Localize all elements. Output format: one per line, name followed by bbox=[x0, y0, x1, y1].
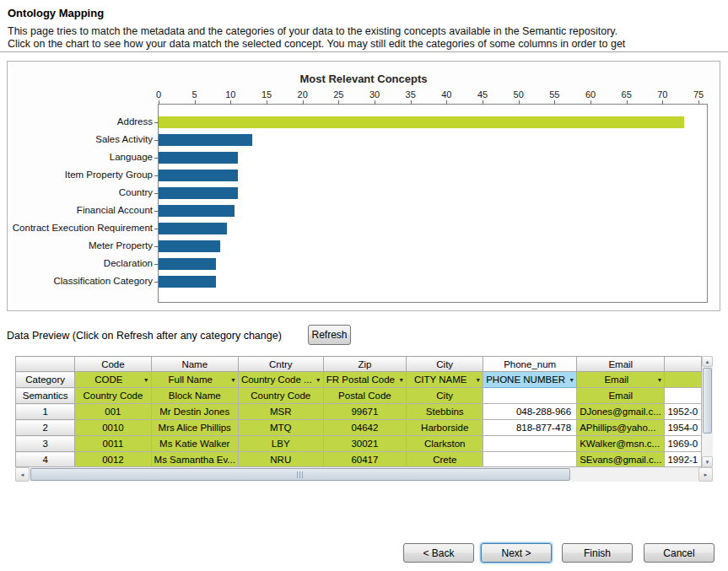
column-header-code[interactable]: Code bbox=[75, 357, 151, 372]
cancel-button[interactable]: Cancel bbox=[644, 543, 715, 563]
scroll-down-button[interactable]: ▼ bbox=[702, 456, 713, 467]
data-cell[interactable]: LBY bbox=[238, 436, 323, 452]
vertical-scroll-thumb[interactable] bbox=[703, 368, 712, 434]
horizontal-scroll-thumb[interactable] bbox=[30, 468, 570, 481]
x-axis-tick-label: 15 bbox=[262, 89, 272, 100]
x-axis-tick-label: 40 bbox=[441, 89, 451, 100]
column-header-email[interactable]: Email bbox=[577, 357, 665, 372]
finish-button[interactable]: Finish bbox=[562, 543, 633, 563]
semantics-cell[interactable]: Country Code bbox=[75, 388, 151, 404]
preview-grid: CodeNameCntryZipCityPhone_numEmailCatego… bbox=[15, 356, 702, 467]
category-dropdown-cell[interactable]: Full Name▼ bbox=[151, 372, 238, 388]
chart-bar-country[interactable] bbox=[159, 187, 238, 199]
column-header-city[interactable]: City bbox=[407, 357, 483, 372]
semantics-cell[interactable]: City bbox=[407, 388, 483, 404]
chart-bar-language[interactable] bbox=[159, 152, 238, 164]
chart-bar-item-property-group[interactable] bbox=[159, 170, 238, 181]
category-dropdown-cell[interactable] bbox=[665, 372, 702, 388]
chart-category-label: Language bbox=[8, 151, 153, 163]
plot-area[interactable]: 051015202530354045505560657075 bbox=[158, 104, 708, 303]
scroll-thumb-grip-icon bbox=[297, 471, 304, 478]
data-cell[interactable]: 048-288-966 bbox=[483, 404, 577, 420]
data-cell[interactable]: 1952-0 bbox=[665, 404, 702, 420]
horizontal-scrollbar[interactable]: ◄ ► bbox=[15, 467, 713, 482]
chart-bar-address[interactable] bbox=[159, 116, 684, 128]
data-cell[interactable]: 1969-0 bbox=[665, 436, 702, 452]
data-cell[interactable]: 1954-0 bbox=[665, 420, 702, 436]
column-header-phone_num[interactable]: Phone_num bbox=[483, 357, 577, 372]
chart-bar-contract-execution-requirement[interactable] bbox=[159, 223, 227, 234]
dropdown-arrow-icon[interactable]: ▼ bbox=[230, 377, 236, 383]
column-header-cntry[interactable]: Cntry bbox=[238, 357, 323, 372]
semantics-cell[interactable]: Email bbox=[577, 388, 665, 404]
chart-bar-meter-property[interactable] bbox=[159, 240, 220, 252]
data-cell[interactable]: 0010 bbox=[75, 420, 151, 436]
data-cell[interactable] bbox=[483, 436, 577, 452]
data-cell[interactable]: Ms Samantha Ev... bbox=[151, 452, 238, 468]
data-cell[interactable]: Stebbins bbox=[407, 404, 483, 420]
y-axis-tick-mark bbox=[154, 211, 159, 212]
data-cell[interactable]: Harborside bbox=[407, 420, 483, 436]
back-button[interactable]: < Back bbox=[403, 543, 474, 563]
category-dropdown-cell[interactable]: CITY NAME▼ bbox=[407, 372, 483, 388]
next-button[interactable]: Next > bbox=[481, 543, 552, 563]
dropdown-arrow-icon[interactable]: ▼ bbox=[143, 377, 149, 383]
category-dropdown-cell[interactable]: PHONE NUMBER▼ bbox=[483, 372, 577, 388]
dropdown-arrow-icon[interactable]: ▼ bbox=[398, 377, 404, 383]
dropdown-arrow-icon[interactable]: ▼ bbox=[315, 377, 321, 383]
scroll-up-button[interactable]: ▲ bbox=[702, 356, 713, 367]
vertical-scrollbar[interactable]: ▲ ▼ bbox=[702, 356, 713, 467]
category-dropdown-cell[interactable]: FR Postal Code▼ bbox=[323, 372, 407, 388]
chart-bar-financial-account[interactable] bbox=[159, 205, 235, 217]
data-cell[interactable]: 30021 bbox=[323, 436, 407, 452]
category-dropdown-cell[interactable]: CODE▼ bbox=[75, 372, 151, 388]
data-cell[interactable]: APhillips@yaho... bbox=[577, 420, 665, 436]
data-cell[interactable]: 1992-1 bbox=[665, 452, 702, 468]
x-axis-tick-label: 5 bbox=[192, 89, 197, 100]
category-dropdown-cell[interactable]: Country Code ...▼ bbox=[238, 372, 323, 388]
scroll-left-icon: ◄ bbox=[20, 472, 25, 477]
data-cell[interactable]: 0011 bbox=[75, 436, 151, 452]
dropdown-arrow-icon[interactable]: ▼ bbox=[475, 377, 481, 383]
data-cell[interactable]: 818-877-478 bbox=[483, 420, 577, 436]
semantics-cell[interactable]: Postal Code bbox=[323, 388, 407, 404]
x-axis-tick-mark bbox=[627, 100, 628, 105]
data-cell[interactable]: DJones@gmail.c... bbox=[577, 404, 665, 420]
data-cell[interactable]: KWalker@msn.c... bbox=[577, 436, 665, 452]
chart-bar-sales-activity[interactable] bbox=[159, 134, 252, 146]
y-axis-tick-mark bbox=[154, 140, 159, 141]
semantics-cell[interactable]: Country Code bbox=[238, 388, 323, 404]
chart-bar-declaration[interactable] bbox=[159, 258, 216, 270]
data-cell[interactable]: Mrs Alice Phillips bbox=[151, 420, 238, 436]
category-value: Email bbox=[604, 374, 628, 385]
data-cell[interactable]: Ms Katie Walker bbox=[151, 436, 238, 452]
refresh-button[interactable]: Refresh bbox=[308, 325, 351, 345]
data-cell[interactable]: MSR bbox=[238, 404, 323, 420]
category-dropdown-cell[interactable]: Email▼ bbox=[577, 372, 665, 388]
dropdown-arrow-icon[interactable]: ▼ bbox=[657, 377, 663, 383]
data-cell[interactable]: 001 bbox=[75, 404, 151, 420]
data-cell[interactable]: 60417 bbox=[323, 452, 407, 468]
x-axis-tick-label: 45 bbox=[477, 89, 488, 100]
data-cell[interactable]: Mr Destin Jones bbox=[151, 404, 238, 420]
data-cell[interactable]: Clarkston bbox=[407, 436, 483, 452]
scroll-right-button[interactable]: ► bbox=[698, 467, 713, 482]
data-cell[interactable]: SEvans@gmail.c... bbox=[577, 452, 665, 468]
semantics-cell[interactable] bbox=[483, 388, 577, 404]
data-cell[interactable]: Crete bbox=[407, 452, 483, 468]
chart-category-label: Address bbox=[8, 116, 153, 127]
data-cell[interactable]: 99671 bbox=[323, 404, 407, 420]
dropdown-arrow-icon[interactable]: ▼ bbox=[569, 377, 574, 383]
data-cell[interactable] bbox=[483, 452, 577, 468]
data-cell[interactable]: 04642 bbox=[323, 420, 407, 436]
chart-bar-classification-category[interactable] bbox=[159, 276, 216, 288]
scroll-left-button[interactable]: ◄ bbox=[15, 467, 30, 482]
column-header-name[interactable]: Name bbox=[151, 357, 238, 372]
chart-category-label: Declaration bbox=[8, 257, 153, 269]
data-cell[interactable]: 0012 bbox=[75, 452, 151, 468]
semantics-cell[interactable]: Block Name bbox=[151, 388, 238, 404]
column-header-zip[interactable]: Zip bbox=[323, 357, 407, 372]
data-cell[interactable]: MTQ bbox=[238, 420, 323, 436]
semantics-cell[interactable] bbox=[665, 388, 702, 404]
data-cell[interactable]: NRU bbox=[238, 452, 323, 468]
